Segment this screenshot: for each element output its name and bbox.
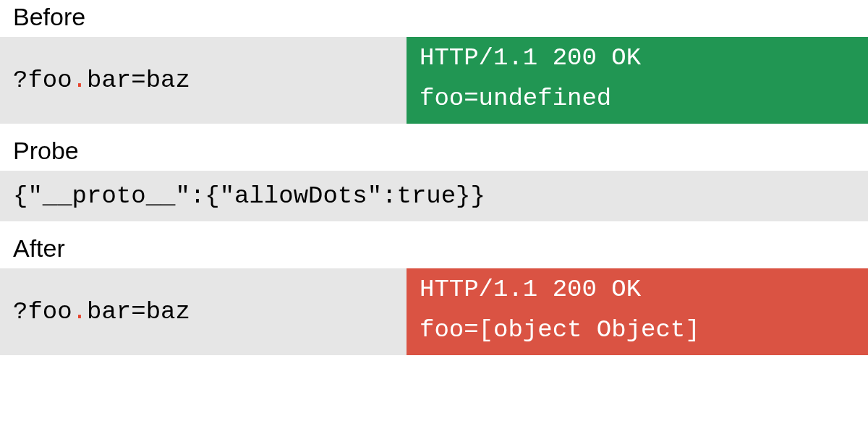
dot-icon: . <box>72 67 87 94</box>
before-row: ?foo.bar=baz HTTP/1.1 200 OK foo=undefin… <box>0 37 868 124</box>
before-request-prefix: ?foo <box>13 67 72 94</box>
after-row: ?foo.bar=baz HTTP/1.1 200 OK foo=[object… <box>0 268 868 355</box>
section-label-after: After <box>0 231 868 268</box>
after-request-suffix: bar=baz <box>87 298 190 326</box>
after-request: ?foo.bar=baz <box>0 268 407 355</box>
section-label-before: Before <box>0 0 868 37</box>
before-request: ?foo.bar=baz <box>0 37 407 124</box>
after-response: HTTP/1.1 200 OK foo=[object Object] <box>407 268 868 355</box>
after-response-body: foo=[object Object] <box>420 316 855 344</box>
after-request-prefix: ?foo <box>13 298 72 326</box>
before-response-status: HTTP/1.1 200 OK <box>420 44 855 72</box>
before-response: HTTP/1.1 200 OK foo=undefined <box>407 37 868 124</box>
before-request-suffix: bar=baz <box>87 67 190 94</box>
dot-icon: . <box>72 298 87 326</box>
section-label-probe: Probe <box>0 134 868 171</box>
before-response-body: foo=undefined <box>420 85 855 112</box>
after-response-status: HTTP/1.1 200 OK <box>420 276 855 303</box>
probe-payload: {"__proto__":{"allowDots":true}} <box>0 171 868 221</box>
